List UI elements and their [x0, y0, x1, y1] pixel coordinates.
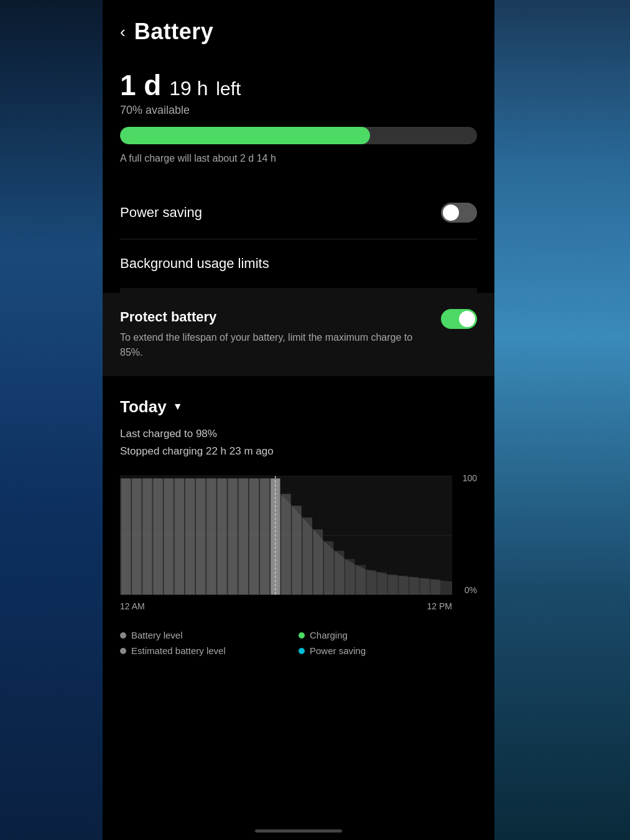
- protect-battery-title: Protect battery: [120, 309, 431, 325]
- toggle-knob: [443, 205, 459, 221]
- chart-x-labels: 12 AM 12 PM: [120, 601, 452, 611]
- bottom-nav-bar: [255, 829, 342, 833]
- legend-charging: Charging: [299, 630, 477, 640]
- battery-available: 70% available: [120, 104, 477, 117]
- chart-x-left-label: 12 AM: [120, 601, 145, 611]
- battery-time-display: 1 d 19 h left: [120, 70, 477, 101]
- full-charge-text: A full charge will last about 2 d 14 h: [120, 153, 477, 164]
- back-button[interactable]: ‹: [120, 24, 126, 40]
- legend-label-charging: Charging: [310, 630, 348, 640]
- bg-right: [493, 0, 630, 840]
- charge-line2: Stopped charging 22 h 23 m ago: [120, 445, 274, 457]
- protect-battery-section: Protect battery To extend the lifespan o…: [103, 293, 494, 381]
- legend-dot-estimated: [120, 648, 126, 654]
- header: ‹ Battery: [120, 0, 477, 57]
- charge-line1: Last charged to 98%: [120, 428, 217, 440]
- charge-info: Last charged to 98% Stopped charging 22 …: [120, 425, 477, 461]
- chart-area: [120, 473, 452, 598]
- legend-battery-level: Battery level: [120, 630, 299, 640]
- power-saving-label: Power saving: [120, 205, 202, 221]
- bg-left: [0, 0, 103, 840]
- power-saving-row: Power saving: [120, 187, 477, 239]
- legend-dot-battery: [120, 632, 126, 639]
- today-header[interactable]: Today ▼: [120, 397, 477, 417]
- protect-battery-description: To extend the lifespan of your battery, …: [120, 330, 431, 360]
- legend-label-battery: Battery level: [131, 630, 183, 640]
- chart-legend: Battery level Charging Estimated battery…: [120, 630, 477, 656]
- today-section: Today ▼ Last charged to 98% Stopped char…: [120, 381, 477, 663]
- battery-hours: 19 h: [169, 77, 208, 99]
- legend-dot-charging: [299, 632, 305, 639]
- legend-power-saving: Power saving: [299, 645, 477, 656]
- battery-time-left-label: left: [216, 78, 241, 99]
- legend-label-estimated: Estimated battery level: [131, 645, 226, 656]
- background-usage-label: Background usage limits: [120, 256, 269, 271]
- legend-dot-power-saving: [299, 648, 305, 654]
- protect-battery-text: Protect battery To extend the lifespan o…: [120, 309, 431, 360]
- legend-estimated-battery: Estimated battery level: [120, 645, 299, 656]
- chart-y-bottom-label: 0%: [465, 585, 477, 595]
- page-title: Battery: [134, 19, 214, 45]
- battery-bar-fill: [120, 127, 370, 144]
- main-panel: ‹ Battery 1 d 19 h left 70% available A …: [103, 0, 494, 840]
- protect-toggle-knob: [459, 311, 475, 327]
- today-label: Today: [120, 397, 167, 417]
- chart-x-right-label: 12 PM: [427, 601, 452, 611]
- power-saving-toggle[interactable]: [441, 203, 477, 223]
- battery-chart-svg: [120, 473, 452, 598]
- background-usage-row[interactable]: Background usage limits: [120, 239, 477, 293]
- today-dropdown-arrow: ▼: [173, 401, 183, 412]
- legend-label-power-saving: Power saving: [310, 645, 366, 656]
- protect-battery-toggle[interactable]: [441, 309, 477, 329]
- battery-time-section: 1 d 19 h left 70% available A full charg…: [120, 57, 477, 187]
- chart-y-top-label: 100: [463, 473, 477, 483]
- battery-days: 1 d: [120, 69, 161, 101]
- chart-container: 100: [120, 473, 477, 617]
- protect-battery-header: Protect battery To extend the lifespan o…: [120, 309, 477, 360]
- battery-bar-container: [120, 127, 477, 144]
